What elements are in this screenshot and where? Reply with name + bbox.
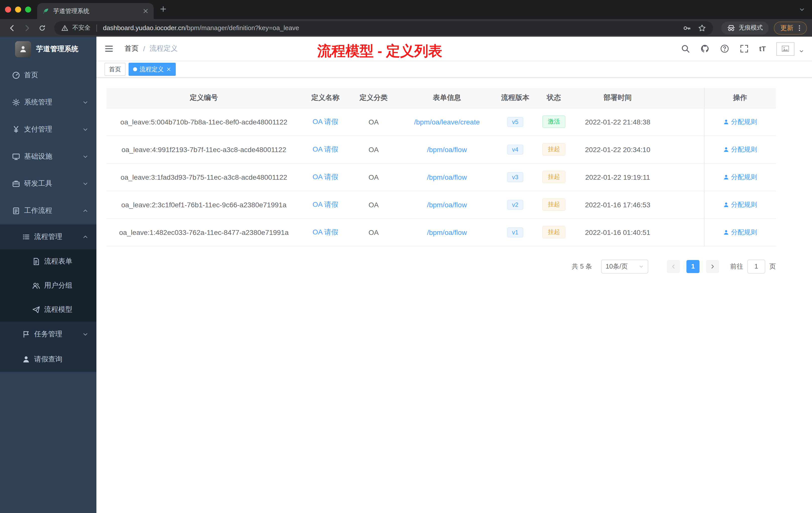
close-window-button[interactable]: [5, 6, 11, 12]
definition-name-link[interactable]: OA 请假: [313, 117, 339, 125]
paper-plane-icon: [32, 306, 40, 314]
sidebar-item-user-group[interactable]: 用户分组: [0, 274, 96, 298]
app-navbar: 首页 / 流程定义 tT: [96, 37, 812, 61]
sidebar-logo-row[interactable]: 芋道管理系统: [0, 37, 96, 62]
avatar-caret-down-icon[interactable]: [799, 49, 804, 54]
cell-status: 挂起: [534, 218, 574, 246]
sidebar-item-workflow[interactable]: 工作流程: [0, 197, 96, 224]
sidebar-item-process-model[interactable]: 流程模型: [0, 298, 96, 322]
sidebar-item-infrastructure[interactable]: 基础设施: [0, 143, 96, 170]
next-page-button[interactable]: [706, 260, 719, 273]
sidebar-item-payment-management[interactable]: 支付管理: [0, 116, 96, 143]
image-placeholder-icon: [781, 45, 789, 53]
form-info-link[interactable]: /bpm/oa/flow: [427, 228, 467, 236]
zoom-window-button[interactable]: [25, 6, 31, 12]
cell-definition-id: oa_leave:4:991f2193-7b7f-11ec-a3c8-acde4…: [107, 135, 301, 163]
status-badge: 挂起: [542, 198, 566, 211]
cell-definition-name: OA 请假: [301, 163, 349, 191]
form-info-link[interactable]: /bpm/oa/flow: [427, 201, 467, 209]
status-badge: 挂起: [542, 226, 566, 238]
browser-menu-update-button[interactable]: 更新: [774, 21, 807, 34]
incognito-label: 无痕模式: [739, 24, 763, 32]
users-icon: [32, 281, 40, 290]
cell-version: v1: [496, 218, 534, 246]
page-size-select[interactable]: 10条/页: [601, 259, 648, 273]
pagination: 共 5 条 10条/页 1 前往 页: [107, 259, 776, 273]
sidebar-item-home[interactable]: 首页: [0, 62, 96, 89]
table-row: oa_leave:4:991f2193-7b7f-11ec-a3c8-acde4…: [107, 135, 776, 163]
prev-page-button[interactable]: [667, 260, 680, 273]
list-icon: [22, 233, 30, 241]
assign-rule-link[interactable]: 分配规则: [723, 117, 757, 126]
definition-name-link[interactable]: OA 请假: [313, 145, 339, 153]
sidebar-item-task-management[interactable]: 任务管理: [0, 322, 96, 347]
header-deploy-time: 部署时间: [574, 88, 662, 108]
back-button[interactable]: [5, 21, 19, 35]
assign-rule-link[interactable]: 分配规则: [723, 228, 757, 237]
sidebar-item-process-management[interactable]: 流程管理: [0, 224, 96, 249]
cell-definition-id: oa_leave:3:1fad3d93-7b75-11ec-a3c8-acde4…: [107, 163, 301, 191]
bookmark-star-icon[interactable]: [698, 24, 706, 32]
cell-definition-id: oa_leave:5:004b710b-7b8a-11ec-8ef0-acde4…: [107, 108, 301, 135]
update-label: 更新: [780, 23, 793, 32]
new-tab-button[interactable]: [160, 5, 167, 12]
chevron-down-icon: [639, 264, 644, 269]
tab-search-chevron-icon[interactable]: [799, 6, 805, 12]
document-icon: [32, 258, 40, 266]
cell-spacer: [662, 135, 704, 163]
forward-button[interactable]: [20, 21, 34, 35]
form-info-link[interactable]: /bpm/oa/leave/create: [414, 118, 480, 126]
browser-tab[interactable]: 芋道管理系统: [37, 3, 154, 19]
font-size-icon[interactable]: tT: [759, 45, 766, 53]
form-info-link[interactable]: /bpm/oa/flow: [427, 145, 467, 153]
sidebar-toggle-hamburger-icon[interactable]: [105, 44, 114, 53]
chevron-down-icon: [82, 99, 88, 105]
screen: 芋道管理系统 不安全 dashboard.yudao.iocoder.cn/bp…: [0, 0, 812, 513]
definition-name-link[interactable]: OA 请假: [313, 228, 339, 236]
sidebar-item-dev-tools[interactable]: 研发工具: [0, 170, 96, 197]
kebab-menu-icon[interactable]: [796, 24, 803, 31]
breadcrumb-home[interactable]: 首页: [124, 44, 139, 53]
form-info-link[interactable]: /bpm/oa/flow: [427, 173, 467, 181]
tag-close-icon[interactable]: [166, 67, 171, 72]
avatar[interactable]: [776, 42, 794, 56]
minimize-window-button[interactable]: [15, 6, 21, 12]
cell-form-info: /bpm/oa/flow: [398, 191, 496, 218]
sidebar-item-leave-query[interactable]: 请假查询: [0, 347, 96, 372]
sidebar-item-system-management[interactable]: 系统管理: [0, 89, 96, 116]
help-question-icon[interactable]: [720, 44, 729, 53]
gear-icon: [12, 98, 20, 107]
tag-process-definition[interactable]: 流程定义: [128, 63, 176, 76]
cell-definition-id: oa_leave:1:482ec033-762a-11ec-8477-a2380…: [107, 218, 301, 246]
breadcrumb-separator: /: [143, 45, 145, 53]
person-icon: [723, 174, 729, 180]
url-path: /bpm/manager/definition?key=oa_leave: [185, 24, 299, 32]
assign-rule-link[interactable]: 分配规则: [723, 173, 757, 181]
header-definition-name: 定义名称: [301, 88, 349, 108]
tab-close-icon[interactable]: [143, 8, 149, 14]
definition-name-link[interactable]: OA 请假: [313, 173, 339, 180]
cell-definition-name: OA 请假: [301, 218, 349, 246]
address-bar[interactable]: 不安全 dashboard.yudao.iocoder.cn/bpm/manag…: [54, 21, 713, 35]
version-badge: v1: [507, 227, 523, 237]
table-row: oa_leave:2:3c1f0ef1-76b1-11ec-9c66-a2380…: [107, 191, 776, 218]
search-icon[interactable]: [681, 44, 690, 53]
goto-page-input[interactable]: [747, 259, 765, 273]
cell-category: OA: [349, 218, 398, 246]
assign-rule-link[interactable]: 分配规则: [723, 145, 757, 154]
browser-toolbar: 不安全 dashboard.yudao.iocoder.cn/bpm/manag…: [0, 19, 812, 37]
status-badge: 挂起: [542, 171, 566, 183]
reload-button[interactable]: [35, 21, 49, 35]
security-label[interactable]: 不安全: [72, 24, 90, 32]
definition-name-link[interactable]: OA 请假: [313, 200, 339, 208]
tag-home[interactable]: 首页: [105, 63, 125, 76]
breadcrumb-current: 流程定义: [150, 44, 178, 53]
password-key-icon[interactable]: [683, 24, 691, 32]
current-page-button[interactable]: 1: [687, 260, 699, 273]
not-secure-warning-icon: [61, 24, 68, 31]
sidebar-item-process-form[interactable]: 流程表单: [0, 249, 96, 274]
fullscreen-icon[interactable]: [740, 44, 749, 53]
assign-rule-link[interactable]: 分配规则: [723, 200, 757, 209]
tab-favicon-leaf-icon: [42, 7, 49, 14]
github-icon[interactable]: [700, 44, 709, 53]
